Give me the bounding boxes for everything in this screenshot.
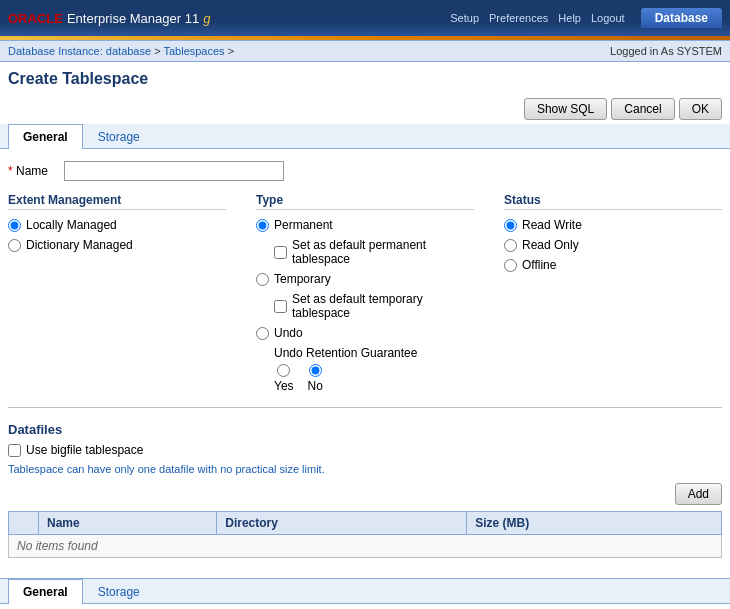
col-size: Size (MB) [467,512,722,535]
three-col-section: Extent Management Locally Managed Dictio… [8,193,722,393]
undo-yes-radio[interactable] [277,364,290,377]
default-permanent-label[interactable]: Set as default permanent tablespace [292,238,474,266]
bigfile-checkbox[interactable] [8,444,21,457]
locally-managed-radio[interactable] [8,219,21,232]
dictionary-managed-label[interactable]: Dictionary Managed [26,238,133,252]
page-title-bar: Create Tablespace [0,62,730,94]
database-tab[interactable]: Database [641,8,722,28]
bottom-tab-storage[interactable]: Storage [83,579,155,604]
default-temporary-label[interactable]: Set as default temporary tablespace [292,292,474,320]
temporary-radio[interactable] [256,273,269,286]
name-label: * Name [8,164,58,178]
breadcrumb-database[interactable]: Database Instance: database [8,45,151,57]
permanent-label[interactable]: Permanent [274,218,333,232]
logout-link[interactable]: Logout [591,12,625,24]
undo-retention-label: Undo Retention Guarantee [274,346,474,360]
locally-managed-label[interactable]: Locally Managed [26,218,117,232]
table-row-empty: No items found [9,535,722,558]
tab-general[interactable]: General [8,124,83,149]
top-toolbar: Show SQL Cancel OK [0,94,730,124]
locally-managed-row: Locally Managed [8,218,226,232]
undo-options: Yes No [274,364,474,393]
separator [8,407,722,408]
undo-retention-section: Undo Retention Guarantee Yes No [274,346,474,393]
type-title: Type [256,193,474,210]
undo-yes-option: Yes [274,364,294,393]
dictionary-managed-radio[interactable] [8,239,21,252]
breadcrumb: Database Instance: database > Tablespace… [8,45,234,57]
breadcrumb-tablespaces[interactable]: Tablespaces [163,45,224,57]
datafiles-table: Name Directory Size (MB) No items found [8,511,722,558]
read-write-radio[interactable] [504,219,517,232]
cancel-button-top[interactable]: Cancel [611,98,674,120]
extent-management-section: Extent Management Locally Managed Dictio… [8,193,226,393]
temporary-label[interactable]: Temporary [274,272,331,286]
undo-no-radio[interactable] [309,364,322,377]
type-section: Type Permanent Set as default permanent … [256,193,474,393]
offline-row: Offline [504,258,722,272]
bottom-toolbar: Show SQL Cancel OK [0,604,730,609]
name-label-text: Name [16,164,48,178]
undo-label[interactable]: Undo [274,326,303,340]
dictionary-managed-row: Dictionary Managed [8,238,226,252]
logo: ORACLE Enterprise Manager 11 g [8,11,210,26]
content-area: * Name Extent Management Locally Managed… [0,149,730,570]
breadcrumb-bar: Database Instance: database > Tablespace… [0,40,730,62]
ok-button-top[interactable]: OK [679,98,722,120]
permanent-row: Permanent [256,218,474,232]
col-select [9,512,39,535]
name-input[interactable] [64,161,284,181]
col-directory: Directory [217,512,467,535]
bottom-tabs-bar: General Storage [0,578,730,604]
undo-yes-label: Yes [274,379,294,393]
col-name: Name [39,512,217,535]
app-header: ORACLE Enterprise Manager 11 g Setup Pre… [0,0,730,36]
extent-management-title: Extent Management [8,193,226,210]
datafiles-title: Datafiles [8,422,722,437]
read-write-row: Read Write [504,218,722,232]
add-button[interactable]: Add [675,483,722,505]
offline-radio[interactable] [504,259,517,272]
tabs-bar: General Storage [0,124,730,149]
bottom-tab-general[interactable]: General [8,579,83,604]
logged-in-label: Logged in As SYSTEM [610,45,722,57]
name-field-row: * Name [8,161,722,181]
undo-no-option: No [308,364,323,393]
bigfile-row: Use bigfile tablespace [8,443,722,457]
undo-row: Undo [256,326,474,340]
default-temporary-row: Set as default temporary tablespace [274,292,474,320]
default-permanent-row: Set as default permanent tablespace [274,238,474,266]
header-nav: Setup Preferences Help Logout [450,12,624,24]
offline-label[interactable]: Offline [522,258,556,272]
status-section: Status Read Write Read Only Offline [504,193,722,393]
page-title: Create Tablespace [8,70,722,88]
default-temporary-checkbox[interactable] [274,300,287,313]
read-only-label[interactable]: Read Only [522,238,579,252]
read-only-row: Read Only [504,238,722,252]
temporary-row: Temporary [256,272,474,286]
em-version-text: g [203,11,210,26]
datafiles-info-text: Tablespace can have only one datafile wi… [8,463,722,475]
em-logo-text: Enterprise Manager 11 [67,11,199,26]
required-star: * [8,164,16,178]
header-right: Setup Preferences Help Logout Database [450,8,722,28]
read-only-radio[interactable] [504,239,517,252]
undo-no-label: No [308,379,323,393]
add-btn-row: Add [8,483,722,505]
undo-radio[interactable] [256,327,269,340]
oracle-logo-text: ORACLE [8,11,63,26]
datafiles-options: Use bigfile tablespace [8,443,722,457]
permanent-radio[interactable] [256,219,269,232]
bigfile-label[interactable]: Use bigfile tablespace [26,443,143,457]
status-title: Status [504,193,722,210]
preferences-link[interactable]: Preferences [489,12,548,24]
read-write-label[interactable]: Read Write [522,218,582,232]
breadcrumb-sep2: > [228,45,234,57]
setup-link[interactable]: Setup [450,12,479,24]
datafiles-section: Datafiles Use bigfile tablespace Tablesp… [8,422,722,558]
default-permanent-checkbox[interactable] [274,246,287,259]
help-link[interactable]: Help [558,12,581,24]
empty-message: No items found [9,535,722,558]
show-sql-button-top[interactable]: Show SQL [524,98,607,120]
tab-storage[interactable]: Storage [83,124,155,149]
